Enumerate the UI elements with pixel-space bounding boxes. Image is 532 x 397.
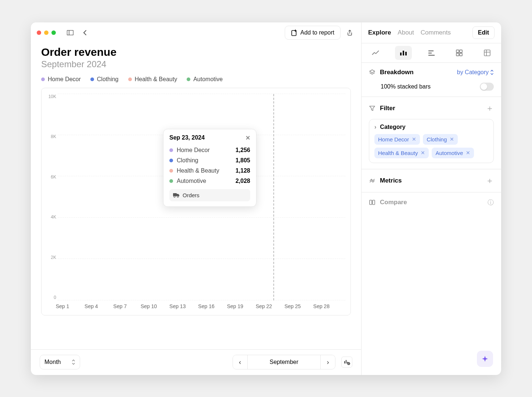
page-title: Order revenue: [41, 46, 351, 58]
svg-rect-21: [373, 200, 375, 205]
granularity-select[interactable]: Month: [40, 355, 80, 369]
svg-rect-20: [370, 200, 372, 205]
tab-about[interactable]: About: [398, 29, 414, 36]
compare-label: Compare: [380, 199, 483, 206]
legend-item[interactable]: Automotive: [187, 76, 223, 83]
info-icon[interactable]: ⓘ: [488, 198, 494, 207]
filter-chip[interactable]: Health & Beauty✕: [374, 148, 429, 158]
svg-point-5: [177, 196, 179, 197]
chart-tooltip: Sep 23, 2024 ✕ Home Decor1,256Clothing1,…: [163, 129, 256, 207]
legend-item[interactable]: Home Decor: [41, 76, 81, 83]
sidebar-toggle-icon[interactable]: [65, 27, 76, 38]
svg-rect-12: [428, 55, 435, 56]
edit-button[interactable]: Edit: [472, 26, 495, 39]
share-icon[interactable]: [344, 27, 355, 38]
svg-rect-0: [67, 30, 73, 35]
svg-rect-16: [460, 53, 462, 56]
chart-settings-icon[interactable]: [341, 357, 352, 368]
window-controls[interactable]: [37, 30, 56, 35]
chip-remove-icon[interactable]: ✕: [450, 136, 454, 142]
layers-icon: [369, 69, 375, 76]
breakdown-label: Breakdown: [380, 69, 453, 76]
filter-chip[interactable]: Home Decor✕: [374, 134, 420, 145]
tooltip-date: Sep 23, 2024: [169, 134, 205, 141]
period-next-button[interactable]: ›: [320, 355, 335, 369]
stacked-toggle-label: 100% stacked bars: [381, 83, 431, 90]
svg-rect-8: [403, 51, 404, 55]
metrics-label: Metrics: [380, 177, 481, 184]
filter-group-label: Category: [380, 124, 405, 130]
chip-remove-icon[interactable]: ✕: [466, 150, 470, 156]
add-metric-button[interactable]: ＋: [486, 175, 494, 186]
page-subtitle: September 2024: [41, 59, 351, 69]
add-to-report-label: Add to report: [301, 29, 335, 36]
chevron-right-icon[interactable]: ›: [374, 124, 376, 130]
chip-remove-icon[interactable]: ✕: [421, 150, 425, 156]
chart-type-hbar[interactable]: [423, 46, 440, 60]
svg-rect-11: [428, 53, 432, 54]
truck-icon: [173, 192, 180, 198]
breakdown-by-select[interactable]: by Category: [457, 69, 494, 76]
tooltip-footer: Orders: [183, 192, 200, 198]
filter-chip[interactable]: Clothing✕: [423, 134, 458, 145]
ai-assistant-button[interactable]: [477, 351, 493, 367]
chart-type-table[interactable]: [479, 46, 496, 60]
chart-type-grid[interactable]: [451, 46, 468, 60]
add-to-report-button[interactable]: Add to report: [285, 26, 341, 40]
chip-remove-icon[interactable]: ✕: [412, 136, 416, 142]
filter-group: › Category Home Decor✕Clothing✕Health & …: [369, 119, 494, 163]
svg-rect-15: [456, 53, 459, 56]
filter-icon: [369, 105, 375, 112]
period-prev-button[interactable]: ‹: [233, 355, 248, 369]
legend-item[interactable]: Clothing: [90, 76, 119, 83]
svg-rect-7: [400, 53, 402, 55]
filter-label: Filter: [380, 105, 481, 112]
close-icon[interactable]: ✕: [245, 134, 250, 141]
stacked-toggle[interactable]: [480, 83, 494, 91]
tab-comments[interactable]: Comments: [421, 29, 451, 36]
metrics-icon: [369, 177, 375, 184]
back-icon[interactable]: [79, 27, 90, 38]
svg-rect-17: [484, 50, 490, 56]
filter-chip[interactable]: Automotive✕: [432, 148, 474, 158]
legend-item[interactable]: Health & Beauty: [128, 76, 177, 83]
chart-type-line[interactable]: [367, 46, 384, 60]
svg-rect-9: [405, 52, 407, 55]
compare-icon: [369, 199, 375, 206]
svg-rect-14: [460, 50, 462, 53]
add-filter-button[interactable]: ＋: [486, 103, 494, 114]
svg-rect-10: [428, 50, 434, 51]
period-label: September: [248, 359, 320, 365]
period-stepper: ‹ September ›: [233, 355, 335, 369]
tab-explore[interactable]: Explore: [368, 29, 391, 36]
svg-point-4: [174, 196, 175, 197]
svg-rect-13: [456, 50, 459, 53]
chart-type-bar[interactable]: [395, 46, 412, 60]
